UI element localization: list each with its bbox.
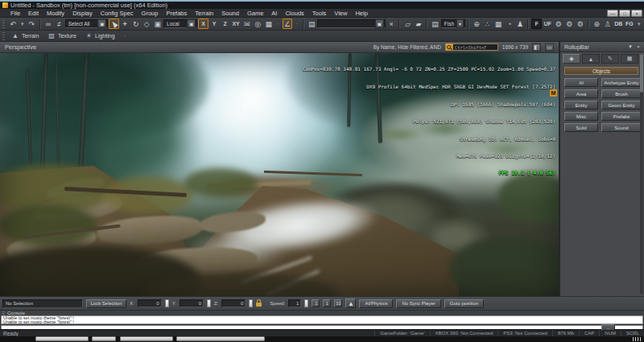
- snap-angle-icon[interactable]: ∠: [283, 19, 293, 29]
- console-grip[interactable]: [2, 311, 5, 315]
- modebar-overflow-icon[interactable]: ·: [122, 31, 129, 41]
- object-search-box[interactable]: [445, 43, 498, 51]
- f-button[interactable]: F: [531, 19, 542, 29]
- objects-section-header[interactable]: Objects: [564, 67, 638, 75]
- clear-layer-icon[interactable]: ×: [386, 19, 397, 29]
- minimize-button[interactable]: —: [607, 10, 618, 17]
- selection-mask-button[interactable]: ▣: [97, 19, 106, 28]
- camera-icon[interactable]: ◎: [253, 19, 263, 29]
- database-view-button[interactable]: DB: [613, 19, 624, 29]
- display-options-icon[interactable]: ▭: [545, 43, 554, 52]
- terrain-mode-button[interactable]: Terrain: [22, 33, 39, 39]
- layer-doc-icon[interactable]: ▤: [307, 19, 317, 29]
- menu-edit[interactable]: Edit: [24, 9, 43, 18]
- lock-axis-icon[interactable]: [256, 303, 262, 307]
- scale-tool-icon[interactable]: ◇: [142, 19, 152, 29]
- menu-terrain[interactable]: Terrain: [191, 9, 217, 18]
- object-select-icon[interactable]: ▱: [402, 19, 413, 29]
- speed-preset-1-button[interactable]: 1: [323, 299, 331, 307]
- runner-icon[interactable]: ♙: [603, 19, 613, 29]
- menu-ai[interactable]: AI: [267, 9, 281, 18]
- scrollbar-thumb[interactable]: [640, 54, 643, 93]
- rotate-tool-icon[interactable]: ↻: [130, 19, 141, 29]
- object-button-geom-entity[interactable]: Geom Entity: [601, 101, 642, 109]
- object-button-misc[interactable]: Misc: [564, 112, 598, 121]
- follow-terrain-icon[interactable]: ✉: [242, 19, 252, 29]
- time-of-day-icon[interactable]: ◔: [504, 19, 514, 29]
- close-panel-icon[interactable]: ×: [635, 44, 642, 49]
- tab-modelling[interactable]: ✎: [601, 54, 619, 64]
- object-button-sound[interactable]: Sound: [601, 123, 642, 132]
- helpers-toggle-icon[interactable]: ◧: [532, 43, 541, 52]
- coord-system-dropdown[interactable]: Local ▣: [163, 19, 197, 28]
- y-coord-spinner[interactable]: [207, 299, 211, 307]
- search-input[interactable]: [453, 45, 497, 50]
- select-object-icon[interactable]: ▣: [153, 19, 163, 29]
- speed-field[interactable]: 1: [288, 299, 301, 307]
- menu-display[interactable]: Display: [68, 9, 97, 18]
- console-expand-button[interactable]: ...: [601, 324, 615, 331]
- goto-position-button[interactable]: Goto position: [444, 299, 484, 308]
- snap-grid-dropdown-icon[interactable]: ·: [275, 19, 282, 29]
- globe-icon[interactable]: ⊕: [472, 19, 482, 29]
- console-log-list[interactable]: Unable to set music-theme "forest" ! Una…: [1, 315, 643, 324]
- gear-settings-icon[interactable]: ⚙: [564, 19, 575, 29]
- axis-xy-button[interactable]: XY: [231, 19, 242, 29]
- object-button-prefabs[interactable]: Prefabs: [601, 112, 642, 121]
- undo-dropdown-icon[interactable]: ▾: [19, 19, 26, 29]
- menu-tools[interactable]: Tools: [308, 9, 331, 18]
- rollupbar-header[interactable]: RollupBar ▼ ×: [560, 42, 644, 52]
- filter-options-label[interactable]: By Name, Hide Filtered, AND: [374, 44, 441, 50]
- toolbar-grip[interactable]: [2, 20, 5, 28]
- speed-spinner[interactable]: [304, 299, 308, 307]
- selection-field[interactable]: No Selection: [2, 299, 83, 308]
- person-chart-icon[interactable]: ♟: [515, 19, 526, 29]
- menu-view[interactable]: View: [330, 9, 351, 18]
- menu-file[interactable]: File: [6, 9, 24, 18]
- gear-network-icon[interactable]: ⚙: [553, 19, 564, 29]
- taskbar-button[interactable]: [176, 336, 265, 341]
- lock-selection-button[interactable]: Lock Selection: [86, 299, 126, 308]
- axis-x-button[interactable]: X: [198, 19, 208, 29]
- menu-modify[interactable]: Modify: [43, 9, 68, 18]
- flowgraph-button[interactable]: FG: [625, 19, 635, 29]
- close-button[interactable]: ×: [631, 10, 642, 17]
- terrain-collision-icon[interactable]: ▲: [345, 299, 356, 308]
- x-coord-spinner[interactable]: [165, 299, 169, 307]
- snap-grid-icon[interactable]: ▦: [263, 19, 274, 29]
- snap-angle-dropdown-icon[interactable]: ·: [293, 19, 300, 29]
- z-coord-spinner[interactable]: [249, 299, 253, 307]
- object-button-archetype-entity[interactable]: Archetype Entity: [601, 78, 642, 87]
- toolbar-overflow-icon[interactable]: ▾: [635, 19, 642, 29]
- sync-player-button[interactable]: No Sync Player: [396, 299, 440, 308]
- layers-icon[interactable]: ▤: [430, 19, 440, 29]
- z-coord-field[interactable]: 0: [221, 299, 246, 307]
- taskbar-button[interactable]: [35, 336, 89, 341]
- speed-preset-10-button[interactable]: 10: [334, 299, 342, 307]
- select-tool-icon[interactable]: [109, 19, 119, 29]
- menu-help[interactable]: Help: [351, 9, 371, 18]
- wheel-icon[interactable]: ⊛: [592, 19, 602, 29]
- move-tool-icon[interactable]: +: [120, 19, 130, 29]
- tab-objects[interactable]: ◆: [563, 54, 580, 64]
- taskbar-button[interactable]: [92, 336, 116, 341]
- axis-y-button[interactable]: Y: [209, 19, 220, 29]
- menu-group[interactable]: Group: [138, 9, 163, 18]
- axis-z-button[interactable]: Z: [220, 19, 230, 29]
- unlink-icon[interactable]: ≠: [54, 19, 64, 29]
- taskbar-button[interactable]: [120, 336, 173, 341]
- menu-sound[interactable]: Sound: [217, 9, 243, 18]
- ai-physics-button[interactable]: AI/Physics: [359, 299, 393, 308]
- object-deselect-icon[interactable]: ▰: [414, 19, 424, 29]
- toolbar-grip[interactable]: [2, 32, 5, 40]
- lighting-mode-button[interactable]: Lighting: [95, 33, 115, 39]
- y-coord-field[interactable]: 0: [180, 299, 204, 307]
- x-coord-field[interactable]: 0: [138, 299, 162, 307]
- undo-icon[interactable]: ↶: [8, 19, 19, 29]
- redo-icon[interactable]: ↷: [27, 19, 37, 29]
- measure-grid-icon[interactable]: ▦: [493, 19, 504, 29]
- menu-config-spec[interactable]: Config Spec: [97, 9, 138, 18]
- object-button-area[interactable]: Area: [564, 89, 598, 98]
- layer-dropdown[interactable]: ▣: [317, 19, 385, 28]
- menu-prefabs[interactable]: Prefabs: [162, 9, 191, 18]
